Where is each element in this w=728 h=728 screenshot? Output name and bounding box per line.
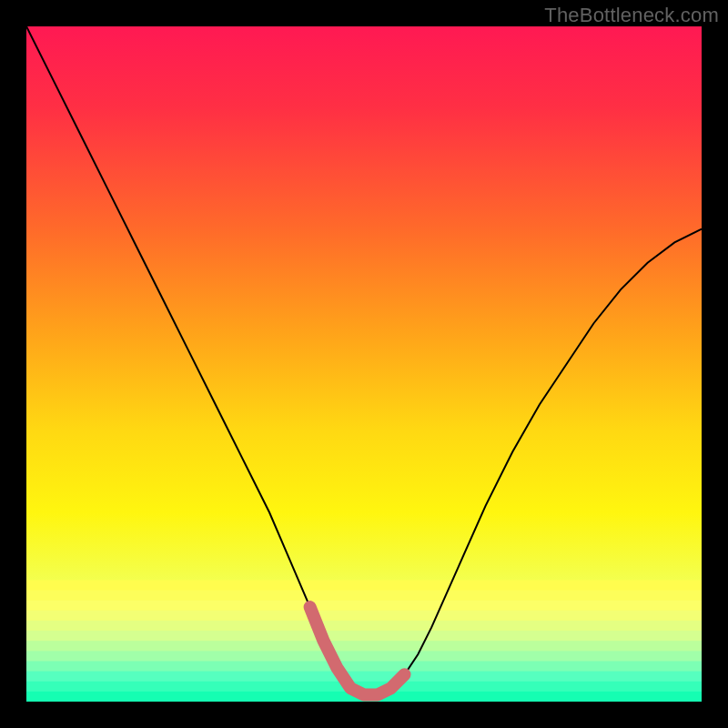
- svg-rect-1: [26, 591, 702, 602]
- watermark-label: TheBottleneck.com: [544, 4, 719, 27]
- svg-rect-4: [26, 621, 702, 632]
- svg-rect-8: [26, 661, 702, 672]
- svg-rect-3: [26, 611, 702, 622]
- svg-rect-9: [26, 672, 702, 682]
- chart-canvas: [26, 26, 702, 702]
- svg-rect-7: [26, 651, 702, 662]
- bottleneck-chart: [26, 26, 702, 702]
- svg-rect-6: [26, 641, 702, 652]
- app-frame: TheBottleneck.com: [0, 0, 728, 728]
- bottom-band-stripes: [26, 580, 702, 702]
- svg-rect-2: [26, 601, 702, 612]
- svg-rect-5: [26, 631, 702, 642]
- svg-rect-0: [26, 580, 702, 591]
